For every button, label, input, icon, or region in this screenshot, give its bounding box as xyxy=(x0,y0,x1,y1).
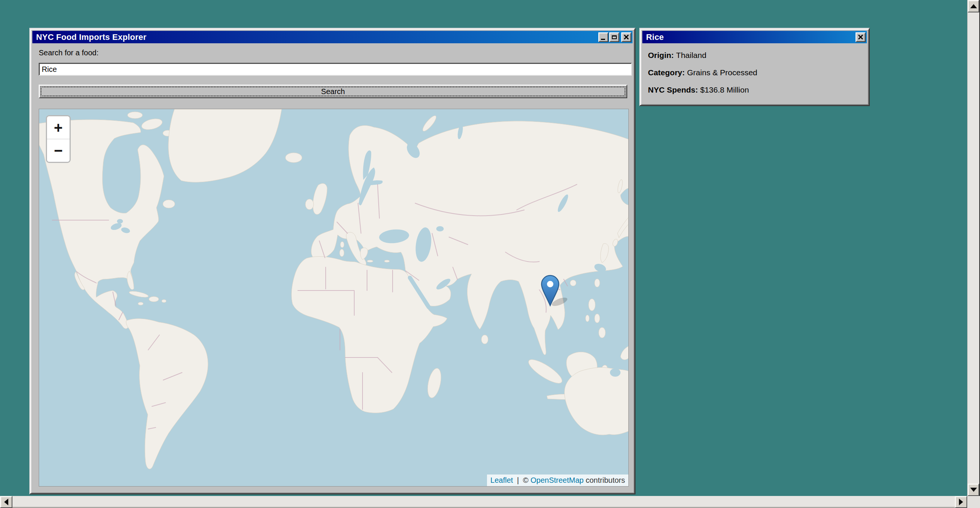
spend-label: NYC Spends: xyxy=(648,85,698,94)
scroll-right-icon xyxy=(959,498,963,505)
main-window: NYC Food Imports Explorer Search for a f… xyxy=(29,28,636,494)
info-category-row: Category:Grains & Processed xyxy=(648,68,757,77)
search-label: Search for a food: xyxy=(39,48,99,57)
info-origin-row: Origin:Thailand xyxy=(648,51,706,60)
map-landmass xyxy=(39,109,628,469)
main-window-title: NYC Food Imports Explorer xyxy=(36,32,146,42)
search-input[interactable] xyxy=(39,63,632,76)
attribution-separator: | xyxy=(517,476,519,484)
close-icon xyxy=(858,35,864,40)
horizontal-scrollbar[interactable] xyxy=(0,496,967,508)
spend-value: $136.8 Million xyxy=(700,85,749,94)
scroll-right-button[interactable] xyxy=(955,496,967,508)
minimize-icon xyxy=(601,39,605,40)
scroll-down-icon xyxy=(970,488,977,492)
titlebar-buttons xyxy=(598,32,632,42)
scroll-down-button[interactable] xyxy=(967,484,979,496)
maximize-button[interactable] xyxy=(609,32,619,42)
map-zoom-control: + − xyxy=(46,115,71,163)
origin-value: Thailand xyxy=(676,51,706,59)
category-label: Category: xyxy=(648,68,685,77)
category-value: Grains & Processed xyxy=(687,68,757,77)
maximize-icon xyxy=(612,35,617,39)
info-window-title: Rice xyxy=(646,32,664,42)
zoom-in-button[interactable]: + xyxy=(47,116,70,139)
close-icon xyxy=(624,35,629,40)
map[interactable]: + − Leaflet | © OpenStreetMap contributo… xyxy=(39,109,629,487)
info-close-button[interactable] xyxy=(856,32,865,42)
desktop: NYC Food Imports Explorer Search for a f… xyxy=(0,0,980,508)
scrollbar-corner xyxy=(967,496,980,508)
leaflet-link[interactable]: Leaflet xyxy=(490,476,513,484)
scroll-left-icon xyxy=(4,498,8,505)
scroll-up-button[interactable] xyxy=(967,0,979,13)
minimize-button[interactable] xyxy=(598,32,608,42)
copyright-symbol: © xyxy=(523,476,528,484)
scroll-left-button[interactable] xyxy=(0,496,13,508)
origin-label: Origin: xyxy=(648,51,674,59)
main-window-titlebar[interactable]: NYC Food Imports Explorer xyxy=(32,31,633,43)
info-window-titlebar[interactable]: Rice xyxy=(642,31,867,43)
world-map-svg xyxy=(39,109,628,486)
openstreetmap-link[interactable]: OpenStreetMap xyxy=(531,476,584,484)
vertical-scrollbar[interactable] xyxy=(967,0,980,496)
close-button[interactable] xyxy=(621,32,632,42)
contributors-text: contributors xyxy=(586,476,625,484)
map-attribution: Leaflet | © OpenStreetMap contributors xyxy=(487,474,628,486)
scroll-up-icon xyxy=(970,4,977,8)
zoom-out-button[interactable]: − xyxy=(47,139,70,162)
info-spend-row: NYC Spends:$136.8 Million xyxy=(648,85,749,94)
search-button[interactable]: Search xyxy=(39,85,627,98)
info-window: Rice Origin:Thailand Category:Grains & P… xyxy=(639,28,870,106)
